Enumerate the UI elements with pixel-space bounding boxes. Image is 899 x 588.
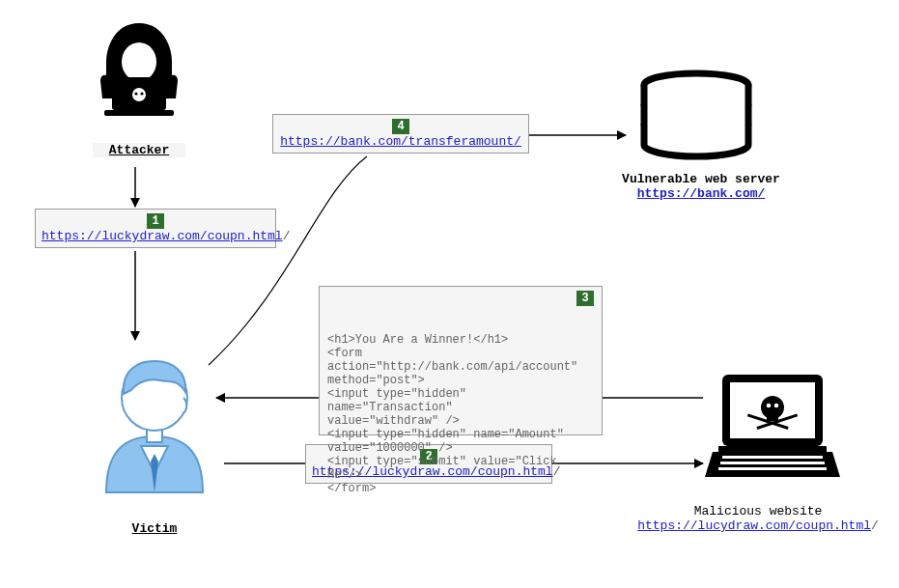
malicious-site-label: Malicious website [694, 504, 823, 518]
svg-rect-26 [720, 462, 825, 464]
svg-rect-11 [136, 98, 142, 100]
server-icon [633, 70, 759, 166]
server-url: https://bank.com/ [637, 186, 766, 201]
step-4-box: 4 https://bank.com/transferamount/ [272, 114, 529, 154]
diagram-canvas: { "actors": { "attacker": { "label": "At… [0, 0, 899, 588]
svg-rect-25 [722, 456, 823, 459]
step-3-code-box: 3 <h1>You Are a Winner!</h1> <form actio… [319, 286, 603, 435]
svg-rect-24 [718, 446, 827, 452]
svg-rect-27 [718, 467, 827, 470]
svg-point-10 [140, 92, 143, 95]
step-1-box: 1 https://luckydraw.com/coupn.html/ [35, 209, 276, 248]
attacker-label: Attacker [93, 143, 185, 157]
step-1-badge: 1 [147, 213, 164, 229]
victim-label: Victim [97, 521, 212, 536]
server-label-block: Vulnerable web server https://bank.com/ [595, 172, 807, 201]
victim-icon [97, 340, 212, 494]
malicious-site-url: https://lucydraw.com/coupn.html [637, 518, 871, 533]
step-1-url: https://luckydraw.com/coupn.html [42, 229, 283, 243]
server-label: Vulnerable web server [622, 172, 780, 186]
step-3-badge: 3 [576, 291, 594, 306]
attacker-icon [93, 21, 185, 129]
step-3-code: <h1>You Are a Winner!</h1> <form action=… [327, 333, 594, 495]
svg-point-21 [774, 404, 779, 408]
svg-point-9 [134, 92, 137, 95]
step-4-url: https://bank.com/transferamount/ [280, 134, 521, 149]
svg-rect-19 [767, 415, 778, 421]
malicious-site-icon [705, 369, 840, 485]
svg-point-20 [767, 404, 772, 408]
step-1-url-trail: / [283, 229, 291, 243]
malicious-site-url-trail: / [871, 518, 879, 533]
malicious-site-label-block: Malicious website https://lucydraw.com/c… [618, 504, 898, 533]
svg-point-6 [122, 42, 156, 81]
svg-rect-12 [104, 110, 174, 116]
step-4-badge: 4 [392, 119, 409, 134]
